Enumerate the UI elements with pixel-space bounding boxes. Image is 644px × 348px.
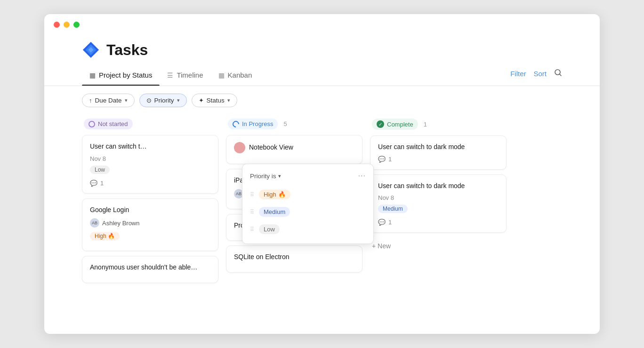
comment-icon: 💬 (378, 156, 386, 163)
card-google-login[interactable]: Google Login AB Ashley Brown High 🔥 (82, 198, 218, 252)
not-started-status: Not started (84, 119, 133, 129)
priority-option-medium[interactable]: ⠿ Medium (242, 203, 373, 221)
card-footer: 💬 1 (378, 156, 499, 163)
card-date: Nov 8 (90, 155, 210, 162)
column-header-in-progress: In Progress 5 (226, 115, 362, 135)
card-date: Nov 8 (378, 194, 499, 201)
not-started-icon (89, 121, 95, 127)
card-title: Google Login (90, 206, 210, 215)
tab-kanban[interactable]: ▦ Kanban (211, 67, 260, 86)
close-button[interactable] (54, 22, 60, 28)
main-window: Tasks ▦ Project by Status ☰ Timeline ▦ K… (44, 14, 600, 334)
maximize-button[interactable] (73, 22, 80, 28)
complete-status: ✓ Complete (372, 119, 418, 130)
project-status-icon: ▦ (89, 71, 96, 79)
add-new-button[interactable]: + New (370, 237, 507, 254)
tabs-right: Filter Sort (510, 69, 562, 84)
search-button[interactable] (554, 69, 562, 79)
drag-handle: ⠿ (250, 226, 254, 233)
app-logo (82, 41, 100, 59)
priority-badge-high: High 🔥 (259, 190, 290, 199)
tabs-bar: ▦ Project by Status ☰ Timeline ▦ Kanban … (44, 59, 600, 86)
in-progress-icon (231, 119, 241, 129)
tab-project-by-status[interactable]: ▦ Project by Status (82, 67, 160, 86)
complete-icon: ✓ (377, 120, 384, 128)
card-footer: 💬 1 (90, 180, 210, 187)
avatar: AB (90, 218, 99, 228)
app-title: Tasks (106, 41, 148, 59)
priority-badge-low: Low (259, 224, 280, 234)
svg-line-4 (560, 74, 562, 76)
timeline-icon: ☰ (167, 71, 173, 79)
column-header-not-started: Not started (82, 115, 218, 135)
card-title: Notebook View (234, 142, 354, 153)
card-notebook-view[interactable]: Notebook View (226, 135, 362, 164)
status-filter[interactable]: ✦ Status ▾ (192, 94, 237, 107)
status-icon: ✦ (199, 97, 204, 104)
assignee-row: AB Ashley Brown (90, 218, 210, 228)
card-dark-mode-2[interactable]: User can switch to dark mode Nov 8 Mediu… (370, 174, 507, 233)
due-date-filter[interactable]: ↑ Due Date ▾ (82, 94, 135, 107)
card-tag-medium: Medium (378, 205, 408, 213)
card-footer: 💬 1 (378, 219, 499, 226)
card-title: User can switch to dark mode (378, 142, 499, 152)
complete-count: 1 (424, 121, 427, 128)
app-header: Tasks (44, 32, 600, 59)
priority-icon: ⊙ (146, 97, 152, 104)
drag-handle: ⠿ (250, 209, 254, 215)
avatar (234, 142, 245, 153)
due-date-icon: ↑ (89, 97, 92, 104)
in-progress-status: In Progress (228, 119, 278, 129)
comment-icon: 💬 (378, 219, 386, 226)
card-title: User can switch to dark mode (378, 182, 499, 191)
tabs-left: ▦ Project by Status ☰ Timeline ▦ Kanban (82, 67, 510, 86)
drag-handle: ⠿ (250, 191, 254, 198)
minimize-button[interactable] (64, 22, 70, 28)
due-date-chevron: ▾ (125, 97, 128, 103)
column-not-started: Not started User can switch t… Nov 8 Low… (82, 115, 218, 288)
column-complete: ✓ Complete 1 User can switch to dark mod… (370, 115, 507, 288)
priority-filter[interactable]: ⊙ Priority ▾ (139, 94, 187, 107)
in-progress-count: 5 (283, 120, 287, 127)
card-sqlite[interactable]: SQLite on Electron (226, 245, 362, 273)
card-user-switch[interactable]: User can switch t… Nov 8 Low 💬 1 (82, 135, 218, 194)
dropdown-header: Priority is ▾ ··· (242, 170, 373, 186)
titlebar (44, 14, 600, 32)
card-dark-mode-1[interactable]: User can switch to dark mode 💬 1 (370, 135, 507, 170)
comment-icon: 💬 (90, 180, 97, 187)
priority-option-high[interactable]: ⠿ High 🔥 (242, 186, 373, 203)
card-tag-high: High 🔥 (90, 232, 120, 240)
card-title: SQLite on Electron (234, 253, 354, 262)
column-header-complete: ✓ Complete 1 (370, 115, 507, 135)
kanban-icon: ▦ (218, 71, 225, 79)
tab-timeline[interactable]: ☰ Timeline (160, 67, 210, 86)
priority-is-label: Priority is ▾ (250, 173, 281, 180)
filters-bar: ↑ Due Date ▾ ⊙ Priority ▾ ✦ Status ▾ (44, 86, 600, 115)
priority-dropdown: Priority is ▾ ··· ⠿ High 🔥 ⠿ Medium ⠿ Lo… (242, 164, 374, 244)
dropdown-chevron[interactable]: ▾ (278, 173, 281, 179)
card-anonymous[interactable]: Anonymous user shouldn't be able… (82, 256, 218, 283)
filter-button[interactable]: Filter (510, 70, 526, 78)
dropdown-more-options[interactable]: ··· (358, 172, 366, 180)
card-title: User can switch t… (90, 142, 210, 151)
sort-button[interactable]: Sort (533, 70, 547, 78)
priority-option-low[interactable]: ⠿ Low (242, 221, 373, 238)
priority-chevron: ▾ (177, 97, 180, 103)
priority-badge-medium: Medium (259, 207, 290, 217)
status-chevron: ▾ (227, 97, 230, 103)
card-tag-low: Low (90, 166, 110, 174)
card-title: Anonymous user shouldn't be able… (90, 263, 210, 272)
